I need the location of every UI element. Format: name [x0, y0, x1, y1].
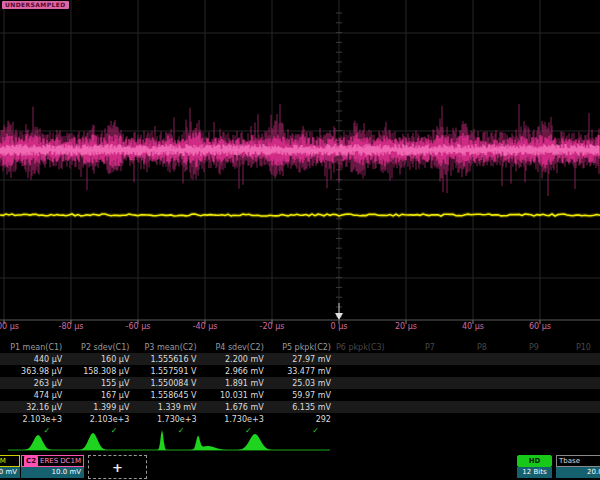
timebase-descriptor[interactable]: Tbase 20.0 µs: [556, 455, 600, 479]
measurement-row-min: 263 µV155 µV1.550084 V1.891 mV25.03 mV: [0, 377, 600, 389]
c2-vdiv: 10.0 mV: [21, 467, 84, 478]
measurement-row-value: 440 µV160 µV1.555616 V2.200 mV27.97 mV: [0, 353, 600, 365]
measurement-row-status: ✓✓✓✓✓: [0, 425, 600, 435]
measurement-value: 167 µV: [67, 391, 134, 400]
histicon-p5[interactable]: [237, 434, 283, 450]
time-axis-label: 0 µs: [331, 322, 348, 331]
histicon-p4[interactable]: [180, 436, 226, 450]
measurement-value: 2.966 mV: [202, 367, 269, 376]
param-column-header[interactable]: P5 pkpk(C2): [269, 343, 336, 352]
measurement-value: 2.200 mV: [202, 355, 269, 364]
measurement-value: 1.550084 V: [134, 379, 201, 388]
measurement-value: 474 µV: [0, 391, 67, 400]
c2-label: C2: [24, 456, 38, 467]
c1-coupling: DC1M: [0, 456, 6, 467]
measurement-value: 10.031 mV: [202, 391, 269, 400]
param-column-header[interactable]: P2 sdev(C1): [67, 343, 134, 352]
hd-mode-descriptor[interactable]: HD 12 Bits: [517, 455, 552, 479]
measurement-row-mean: 363.98 µV158.308 µV1.557591 V2.966 mV33.…: [0, 365, 600, 377]
measurement-value: 6.135 mV: [269, 403, 336, 412]
measurement-value: 2.103e+3: [0, 415, 67, 424]
param-column-header[interactable]: P9: [492, 343, 544, 352]
param-column-header[interactable]: P7: [388, 343, 440, 352]
measurement-value: 263 µV: [0, 379, 67, 388]
channel-descriptor-c1[interactable]: C1 DC1M 10.0 mV: [0, 455, 20, 479]
tbase-tdiv: 20.0 µs: [556, 467, 600, 478]
measurement-value: 1.730e+3: [134, 415, 201, 424]
measurement-value: 1.557591 V: [134, 367, 201, 376]
measurement-value: 160 µV: [67, 355, 134, 364]
measurement-value: 158.308 µV: [67, 367, 134, 376]
param-column-header[interactable]: P10: [544, 343, 596, 352]
status-check-icon: ✓: [134, 426, 201, 435]
time-axis-label: 20 µs: [395, 322, 417, 331]
time-axis-label: -20 µs: [260, 322, 285, 331]
param-column-header[interactable]: P3 mean(C2): [134, 343, 201, 352]
hd-badge: HD: [517, 455, 552, 467]
measurement-value: 1.891 mV: [202, 379, 269, 388]
measurement-row-sdev: 32.16 µV1.399 µV1.339 mV1.676 mV6.135 mV: [0, 401, 600, 413]
measurement-value: 33.477 mV: [269, 367, 336, 376]
param-column-header[interactable]: P8: [440, 343, 492, 352]
measurement-value: 32.16 µV: [0, 403, 67, 412]
c2-coupling: DC1M: [60, 456, 81, 467]
oscilloscope-screen: UNDERSAMPLED -100 µs-80 µs-60 µs-40 µs-2…: [0, 0, 600, 480]
measurement-table: P1 mean(C1)P2 sdev(C1)P3 mean(C2)P4 sdev…: [0, 341, 600, 435]
measurement-value: 25.03 mV: [269, 379, 336, 388]
measurement-row-num: 2.103e+32.103e+31.730e+31.730e+3292: [0, 413, 600, 425]
histicon-p2[interactable]: [75, 433, 121, 450]
measurement-value: 440 µV: [0, 355, 67, 364]
measurement-value: 27.97 mV: [269, 355, 336, 364]
measurement-value: 59.97 mV: [269, 391, 336, 400]
time-axis-label: -40 µs: [193, 322, 218, 331]
measurement-value: 1.558645 V: [134, 391, 201, 400]
param-column-header[interactable]: P6 pkpk(C3): [336, 343, 388, 352]
hd-bits: 12 Bits: [517, 467, 552, 478]
time-axis-label: 60 µs: [529, 322, 551, 331]
param-column-header[interactable]: P1 mean(C1): [0, 343, 67, 352]
measurement-value: 1.399 µV: [67, 403, 134, 412]
status-check-icon: ✓: [0, 426, 67, 435]
plus-icon: +: [112, 462, 123, 473]
measurement-value: 1.676 mV: [202, 403, 269, 412]
time-axis: -100 µs-80 µs-60 µs-40 µs-20 µs0 µs20 µs…: [0, 322, 600, 334]
status-check-icon: ✓: [202, 426, 269, 435]
undersampled-badge: UNDERSAMPLED: [2, 1, 69, 9]
status-check-icon: ✓: [269, 426, 336, 435]
tbase-label: Tbase: [556, 455, 600, 467]
measurement-value: 292: [269, 415, 336, 424]
time-axis-label: -60 µs: [126, 322, 151, 331]
time-axis-label: -100 µs: [0, 322, 19, 331]
measurement-value: 155 µV: [67, 379, 134, 388]
time-axis-label: 40 µs: [462, 322, 484, 331]
param-column-header[interactable]: P4 sdev(C2): [202, 343, 269, 352]
histicon-p1[interactable]: [20, 435, 66, 450]
time-axis-label: -80 µs: [59, 322, 84, 331]
add-trace-button[interactable]: +: [88, 455, 147, 479]
channel-descriptor-c2[interactable]: C2 ERES DC1M 10.0 mV: [21, 455, 84, 479]
measurement-value: 1.730e+3: [202, 415, 269, 424]
c1-vdiv: 10.0 mV: [0, 467, 20, 478]
measurement-value: 2.103e+3: [67, 415, 134, 424]
measurement-row-max: 474 µV167 µV1.558645 V10.031 mV59.97 mV: [0, 389, 600, 401]
measurement-value: 1.339 mV: [134, 403, 201, 412]
measurement-value: 1.555616 V: [134, 355, 201, 364]
c2-mode: ERES: [40, 456, 58, 467]
status-check-icon: ✓: [67, 426, 134, 435]
measurement-value: 363.98 µV: [0, 367, 67, 376]
